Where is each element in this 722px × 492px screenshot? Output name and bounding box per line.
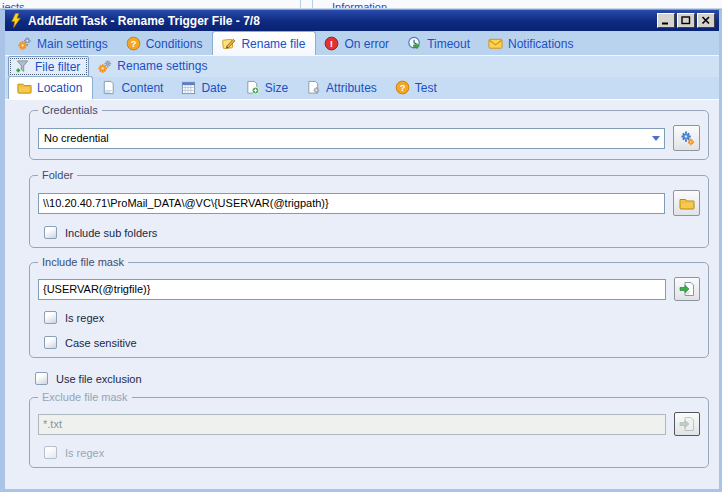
clock-icon (407, 36, 422, 51)
credentials-legend: Credentials (38, 104, 102, 116)
exclude-mask-helper-button (674, 412, 700, 436)
tab-timeout[interactable]: Timeout (399, 33, 480, 55)
location-panel: Credentials No credential Folder (5, 100, 719, 489)
lightning-icon (9, 13, 24, 28)
tab-label: Test (415, 81, 437, 95)
page-icon (101, 80, 116, 95)
include-sub-folders-label: Include sub folders (65, 227, 157, 239)
case-sensitive-label: Case sensitive (65, 337, 137, 349)
divider (300, 0, 301, 9)
tab-attributes[interactable]: Attributes (298, 77, 387, 99)
case-sensitive-checkbox[interactable] (44, 336, 57, 349)
include-sub-folders-row: Include sub folders (44, 226, 700, 239)
tab-notifications[interactable]: Notifications (480, 33, 583, 55)
tab-label: Timeout (427, 37, 470, 51)
credentials-group: Credentials No credential (29, 110, 709, 160)
window-title: Add/Edit Task - Rename Trigger File - 7/… (28, 14, 657, 28)
exclude-file-mask-input (38, 414, 666, 435)
page-gear-icon (306, 80, 321, 95)
exclude-is-regex-row: Is regex (44, 446, 700, 459)
maximize-button[interactable] (677, 13, 695, 28)
tab-label: Rename settings (117, 59, 207, 73)
tab-size[interactable]: Size (237, 77, 298, 99)
funnel-add-icon (15, 59, 30, 74)
exclude-file-mask-group: Exclude file mask Is regex (29, 397, 709, 468)
use-file-exclusion-label: Use file exclusion (56, 373, 142, 385)
include-file-mask-input[interactable] (38, 279, 666, 300)
svg-text:!: ! (330, 38, 333, 49)
folder-icon (17, 80, 32, 95)
background-window-strip: jects Information (0, 0, 722, 9)
tab-label: Rename file (241, 37, 305, 51)
folder-path-input[interactable] (38, 193, 665, 214)
page-arrow-icon (679, 281, 695, 297)
is-regex-row: Is regex (44, 311, 700, 324)
folder-icon (679, 195, 695, 211)
credentials-selected-value: No credential (39, 132, 647, 144)
question-icon: ? (126, 36, 141, 51)
minimize-button[interactable] (657, 13, 675, 28)
page-add-icon (245, 80, 260, 95)
tab-label: Attributes (326, 81, 377, 95)
include-mask-helper-button[interactable] (674, 277, 700, 301)
tab-label: Main settings (37, 37, 108, 51)
tab-rename-settings[interactable]: Rename settings (89, 56, 217, 78)
close-button[interactable] (697, 13, 715, 28)
use-file-exclusion-row: Use file exclusion (35, 372, 709, 385)
tab-main-settings[interactable]: Main settings (9, 33, 118, 55)
envelope-icon (488, 36, 503, 51)
manage-credentials-button[interactable] (673, 125, 700, 151)
tab-label: Content (121, 81, 163, 95)
question-icon: ? (395, 80, 410, 95)
tab-conditions[interactable]: ? Conditions (118, 33, 213, 55)
gear-orange-icon (97, 59, 112, 74)
calendar-icon (181, 80, 196, 95)
is-regex-checkbox[interactable] (44, 311, 57, 324)
add-edit-task-dialog: Add/Edit Task - Rename Trigger File - 7/… (0, 9, 722, 492)
tab-content[interactable]: Content (93, 77, 173, 99)
rename-icon (221, 36, 236, 51)
filter-tab-bar: Location Content Date Size (5, 77, 719, 100)
tab-on-error[interactable]: ! On error (316, 33, 399, 55)
gears-icon (17, 36, 32, 51)
tab-date[interactable]: Date (173, 77, 236, 99)
tab-label: Conditions (146, 37, 203, 51)
tab-label: File filter (35, 60, 80, 74)
background-tab-label: jects (2, 1, 25, 9)
exclude-is-regex-label: Is regex (65, 447, 104, 459)
sub-tab-bar: File filter Rename settings (5, 56, 719, 77)
tab-test[interactable]: ? Test (387, 77, 447, 99)
tab-label: Location (37, 81, 82, 95)
credentials-select[interactable]: No credential (38, 128, 665, 149)
page-arrow-icon (679, 416, 695, 432)
use-file-exclusion-checkbox[interactable] (35, 372, 48, 385)
main-tab-bar: Main settings ? Conditions Rename file !… (5, 31, 719, 56)
exclude-is-regex-checkbox (44, 446, 57, 459)
divider (312, 0, 313, 9)
folder-legend: Folder (38, 169, 77, 181)
gears-blue-orange-icon (679, 130, 695, 146)
tab-label: Notifications (508, 37, 573, 51)
folder-group: Folder Include sub folders (29, 175, 709, 248)
tab-label: Date (201, 81, 226, 95)
tab-label: On error (344, 37, 389, 51)
tab-file-filter[interactable]: File filter (8, 56, 89, 77)
error-icon: ! (324, 36, 339, 51)
background-tab-label: Information (332, 1, 387, 9)
tab-label: Size (265, 81, 288, 95)
include-file-mask-legend: Include file mask (38, 256, 128, 268)
case-sensitive-row: Case sensitive (44, 336, 700, 349)
browse-folder-button[interactable] (673, 190, 700, 216)
include-file-mask-group: Include file mask Is regex Case sensitiv… (29, 262, 709, 358)
svg-text:?: ? (399, 83, 405, 93)
tab-rename-file[interactable]: Rename file (212, 31, 316, 55)
svg-text:?: ? (130, 39, 136, 49)
chevron-down-icon[interactable] (647, 129, 664, 148)
titlebar[interactable]: Add/Edit Task - Rename Trigger File - 7/… (5, 10, 719, 31)
tab-location[interactable]: Location (8, 76, 93, 99)
exclude-file-mask-legend: Exclude file mask (38, 391, 132, 403)
is-regex-label: Is regex (65, 312, 104, 324)
include-sub-folders-checkbox[interactable] (44, 226, 57, 239)
